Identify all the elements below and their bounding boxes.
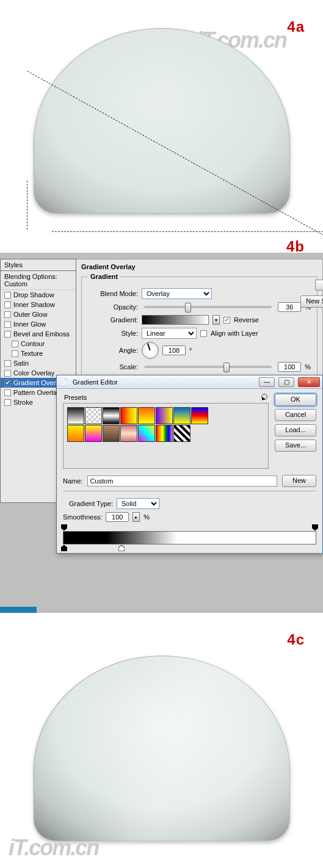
angle-label: Angle: <box>88 347 138 354</box>
gradient-dropdown-icon[interactable]: ▾ <box>212 315 220 325</box>
style-item-texture[interactable]: Texture <box>1 349 76 358</box>
save-button[interactable]: Save... <box>275 439 316 452</box>
style-label: Style: <box>88 330 138 337</box>
preset-swatch[interactable] <box>85 407 102 424</box>
new-style-button[interactable]: New Style... <box>300 295 323 308</box>
style-checkbox[interactable] <box>4 360 11 367</box>
style-label: Texture <box>21 350 43 357</box>
figure-label-a: 4a <box>287 18 305 35</box>
gradient-label: Gradient: <box>88 316 138 324</box>
blending-options-header[interactable]: Blending Options: Custom <box>1 271 76 290</box>
angle-dial[interactable] <box>142 342 159 359</box>
cancel-button[interactable]: Cancel <box>275 409 316 421</box>
style-label: Inner Glow <box>13 320 46 328</box>
preset-swatch[interactable] <box>156 407 173 424</box>
preset-swatch[interactable] <box>120 425 137 442</box>
scale-slider[interactable] <box>144 366 272 368</box>
blend-mode-label: Blend Mode: <box>88 290 138 297</box>
preset-swatch[interactable] <box>120 407 137 424</box>
style-item-bevel-and-emboss[interactable]: Bevel and Emboss <box>1 329 76 339</box>
align-checkbox[interactable] <box>200 330 207 337</box>
style-item-drop-shadow[interactable]: Drop Shadow <box>1 290 76 300</box>
style-checkbox[interactable] <box>4 370 11 377</box>
close-button[interactable]: ✕ <box>298 377 320 387</box>
style-checkbox[interactable] <box>4 321 11 328</box>
gradient-ramp[interactable] <box>63 531 316 544</box>
maximize-button[interactable]: ▢ <box>278 377 294 387</box>
style-checkbox[interactable]: ✔ <box>4 380 11 386</box>
figure-label-c: 4c <box>287 631 305 648</box>
style-label: Inner Shadow <box>13 301 55 308</box>
preset-swatch[interactable] <box>85 425 102 442</box>
style-checkbox[interactable] <box>4 311 11 318</box>
style-label: Pattern Overlay <box>13 389 60 396</box>
preset-swatch[interactable] <box>67 407 84 424</box>
style-label: Satin <box>13 360 29 367</box>
gradient-preview[interactable] <box>142 315 209 325</box>
opacity-stop[interactable] <box>312 524 318 530</box>
ok-button[interactable]: OK <box>275 394 316 406</box>
style-label: Drop Shadow <box>13 291 54 298</box>
style-checkbox[interactable] <box>4 292 11 298</box>
style-checkbox[interactable] <box>4 389 11 396</box>
opacity-stop[interactable] <box>61 524 67 530</box>
name-input[interactable] <box>87 476 277 486</box>
gradient-editor-dialog: 📄 Gradient Editor — ▢ ✕ Presets ▸ <box>56 375 323 554</box>
style-checkbox[interactable] <box>12 350 18 357</box>
preset-swatch[interactable] <box>103 407 120 424</box>
style-checkbox[interactable] <box>4 302 11 308</box>
color-stop[interactable] <box>61 545 67 551</box>
preset-swatch[interactable] <box>67 425 84 442</box>
style-label: Contour <box>21 340 45 347</box>
preset-swatch[interactable] <box>191 407 208 424</box>
dialog-title: Gradient Editor <box>71 378 255 386</box>
gradient-type-select[interactable]: Solid <box>117 498 159 509</box>
watermark: iT.com.cn <box>9 835 98 861</box>
smoothness-label: Smoothness: <box>63 513 102 521</box>
preset-swatch[interactable] <box>156 425 173 442</box>
smoothness-unit: % <box>143 513 150 521</box>
style-item-inner-glow[interactable]: Inner Glow <box>1 319 76 329</box>
mouse-illustration-result <box>34 643 290 845</box>
angle-input[interactable] <box>162 345 186 355</box>
color-stop[interactable] <box>118 545 125 551</box>
scale-input[interactable] <box>278 362 301 372</box>
style-checkbox[interactable] <box>12 341 18 347</box>
gradient-type-label: Gradient Type: <box>69 500 113 507</box>
load-button[interactable]: Load... <box>275 424 316 436</box>
style-label: Color Overlay <box>13 369 54 377</box>
preset-swatch[interactable] <box>103 425 120 442</box>
style-item-satin[interactable]: Satin <box>1 358 76 368</box>
style-select[interactable]: Linear <box>142 328 197 339</box>
style-item-inner-shadow[interactable]: Inner Shadow <box>1 300 76 309</box>
smoothness-input[interactable] <box>106 512 129 522</box>
blend-mode-select[interactable]: Overlay <box>142 288 212 299</box>
ok-button-clipped[interactable] <box>315 280 323 291</box>
smoothness-stepper-icon[interactable]: ▸ <box>132 512 140 522</box>
presets-grid <box>63 403 269 469</box>
reverse-checkbox[interactable]: ✔ <box>223 317 230 324</box>
style-checkbox[interactable] <box>4 399 11 406</box>
mouse-illustration <box>34 16 290 217</box>
styles-header: Styles <box>1 259 76 271</box>
style-label: Bevel and Emboss <box>13 330 70 338</box>
figure-label-b: 4b <box>286 238 305 255</box>
preset-swatch[interactable] <box>173 407 191 424</box>
style-label: Outer Glow <box>13 311 48 318</box>
style-item-contour[interactable]: Contour <box>1 339 76 349</box>
preset-swatch[interactable] <box>138 425 155 442</box>
preset-swatch[interactable] <box>173 425 191 442</box>
preset-swatch[interactable] <box>138 407 155 424</box>
scale-unit: % <box>305 363 311 371</box>
new-button[interactable]: New <box>282 475 316 487</box>
style-item-outer-glow[interactable]: Outer Glow <box>1 309 76 319</box>
minimize-button[interactable]: — <box>259 377 275 387</box>
opacity-input[interactable] <box>278 302 301 312</box>
style-checkbox[interactable] <box>4 331 11 338</box>
dialog-titlebar[interactable]: 📄 Gradient Editor — ▢ ✕ <box>57 375 322 389</box>
app-icon: 📄 <box>59 378 68 386</box>
opacity-label: Opacity: <box>88 303 138 311</box>
gradient-overlay-title: Gradient Overlay <box>81 263 318 270</box>
presets-menu-icon[interactable]: ▸ <box>261 394 267 400</box>
opacity-slider[interactable] <box>144 306 272 308</box>
